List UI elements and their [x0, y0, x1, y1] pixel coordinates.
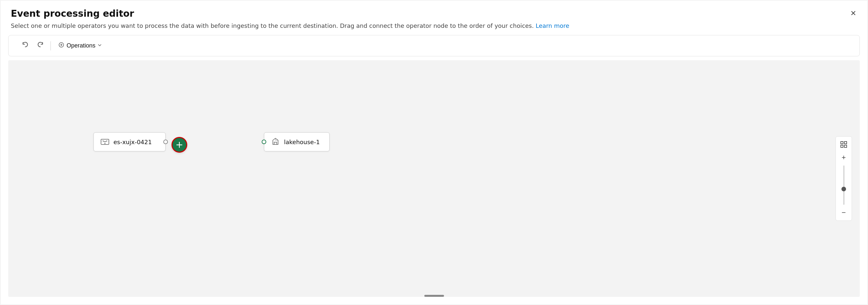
svg-rect-4 — [841, 141, 843, 144]
canvas-area: es-xujx-0421 + lakehouse-1 — [8, 60, 860, 297]
close-icon: ✕ — [850, 9, 856, 18]
svg-rect-5 — [844, 141, 847, 144]
fit-to-screen-button[interactable] — [837, 138, 850, 151]
event-processing-dialog: Event processing editor Select one or mu… — [0, 0, 868, 305]
dialog-title: Event processing editor — [11, 8, 857, 19]
add-icon: + — [176, 140, 183, 149]
source-node[interactable]: es-xujx-0421 — [93, 132, 165, 151]
zoom-out-icon: − — [842, 208, 846, 217]
destination-node-input-port[interactable] — [262, 140, 266, 144]
destination-node-icon — [271, 137, 280, 146]
subtitle-text: Select one or multiple operators you wan… — [11, 22, 534, 29]
zoom-in-button[interactable]: + — [837, 151, 850, 164]
add-operation-button[interactable]: + — [172, 137, 187, 152]
dialog-header: Event processing editor Select one or mu… — [0, 0, 868, 35]
source-node-icon — [100, 137, 110, 146]
redo-button[interactable] — [34, 39, 46, 52]
dialog-subtitle: Select one or multiple operators you wan… — [11, 22, 857, 30]
zoom-slider-track — [843, 165, 844, 205]
undo-button[interactable] — [19, 39, 31, 52]
learn-more-link[interactable]: Learn more — [535, 22, 569, 29]
source-node-label: es-xujx-0421 — [114, 139, 152, 145]
destination-node[interactable]: lakehouse-1 — [264, 132, 330, 151]
destination-node-label: lakehouse-1 — [284, 139, 320, 145]
svg-rect-6 — [841, 145, 843, 147]
operations-chevron-icon — [97, 42, 102, 49]
svg-rect-7 — [844, 145, 847, 147]
svg-point-2 — [104, 143, 105, 144]
zoom-out-button[interactable]: − — [837, 206, 850, 219]
source-node-output-port[interactable] — [163, 140, 168, 144]
zoom-slider-thumb[interactable] — [841, 187, 846, 191]
scroll-indicator — [424, 295, 444, 297]
undo-icon — [22, 41, 29, 50]
zoom-in-icon: + — [842, 153, 846, 162]
toolbar: Operations — [8, 35, 860, 56]
close-button[interactable]: ✕ — [847, 7, 860, 20]
operations-icon — [58, 42, 65, 50]
operations-label: Operations — [67, 42, 95, 49]
toolbar-divider — [51, 41, 51, 50]
zoom-controls: + − — [836, 136, 852, 221]
operations-dropdown-button[interactable]: Operations — [55, 40, 105, 52]
redo-icon — [37, 41, 44, 50]
